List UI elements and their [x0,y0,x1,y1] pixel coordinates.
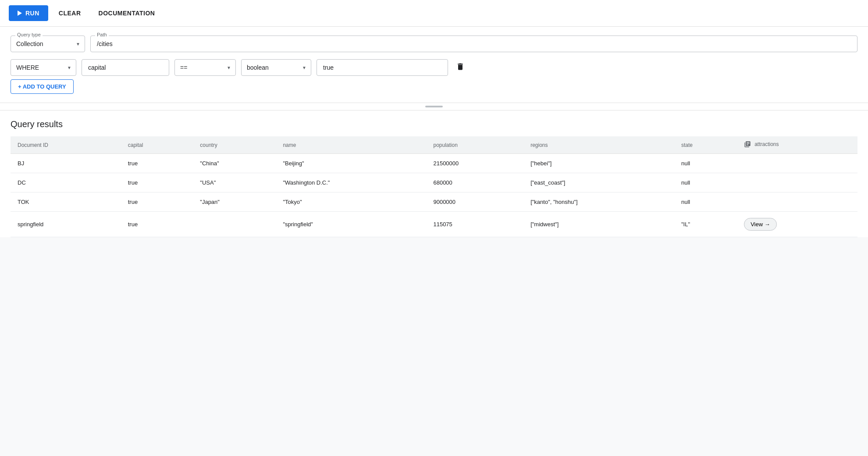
table-cell: ["east_coast"] [523,173,674,192]
results-title: Query results [11,119,857,129]
table-cell: ["midwest"] [523,212,674,237]
table-cell: null [674,192,737,212]
path-field[interactable]: Path /cities [90,36,857,52]
table-cell: true [121,212,193,237]
col-regions: regions [523,136,674,154]
table-cell: true [121,173,193,192]
table-cell: "Washington D.C." [276,173,426,192]
table-cell: "Beijing" [276,154,426,173]
query-type-value: Collection [16,40,43,47]
attractions-cell [737,173,857,192]
table-cell: DC [11,173,121,192]
play-icon [18,11,22,16]
filter-value: true [323,64,334,71]
trash-icon [456,62,465,71]
table-cell: "USA" [193,173,276,192]
operator-chevron-icon: ▼ [227,65,231,70]
view-button[interactable]: View → [744,218,777,231]
table-cell: true [121,192,193,212]
where-row: WHERE ▼ capital == ▼ boolean ▼ true [11,59,857,76]
table-cell: ["kanto", "honshu"] [523,192,674,212]
table-header-row: Document ID capital country name populat… [11,136,857,154]
table-cell: TOK [11,192,121,212]
resize-handle[interactable] [425,106,443,107]
results-section: Query results Document ID capital countr… [0,110,868,237]
table-cell: "springfield" [276,212,426,237]
table-cell: "IL" [674,212,737,237]
operator-value: == [180,64,187,71]
col-name: name [276,136,426,154]
docs-button[interactable]: DOCUMENTATION [92,5,162,21]
query-type-label: Query type [15,32,43,37]
path-value: /cities [97,40,113,47]
table-row: DCtrue"USA""Washington D.C."680000["east… [11,173,857,192]
col-capital: capital [121,136,193,154]
attractions-cell: View → [737,212,857,237]
col-country: country [193,136,276,154]
query-builder: Query type Collection ▼ Path /cities WHE… [0,27,868,103]
col-state: state [674,136,737,154]
run-button[interactable]: RUN [9,5,48,21]
collection-icon [744,141,751,148]
type-chevron-icon: ▼ [302,65,306,70]
operator-dropdown[interactable]: == ▼ [174,59,236,76]
clear-button[interactable]: CLEAR [52,5,88,21]
filter-value-input[interactable]: true [317,59,448,76]
table-cell: 9000000 [426,192,523,212]
table-cell: springfield [11,212,121,237]
delete-filter-button[interactable] [453,60,467,76]
toolbar: RUN CLEAR DOCUMENTATION [0,0,868,27]
table-row: BJtrue"China""Beijing"21500000["hebei"]n… [11,154,857,173]
results-table: Document ID capital country name populat… [11,136,857,237]
table-row: springfieldtrue"springfield"115075["midw… [11,212,857,237]
type-value: boolean [247,64,269,71]
table-cell: BJ [11,154,121,173]
table-cell: "Japan" [193,192,276,212]
table-cell: "Tokyo" [276,192,426,212]
chevron-down-icon: ▼ [76,42,80,46]
col-document-id: Document ID [11,136,121,154]
attractions-cell [737,154,857,173]
table-cell: 680000 [426,173,523,192]
table-cell [193,212,276,237]
where-field-input[interactable]: capital [82,59,169,76]
table-cell: ["hebei"] [523,154,674,173]
table-cell: true [121,154,193,173]
where-field-value: capital [88,64,106,71]
table-cell: null [674,173,737,192]
table-cell: 21500000 [426,154,523,173]
query-type-row: Query type Collection ▼ Path /cities [11,36,857,52]
table-cell: "China" [193,154,276,173]
where-dropdown[interactable]: WHERE ▼ [11,59,76,76]
table-cell: null [674,154,737,173]
where-label: WHERE [16,64,39,71]
table-row: TOKtrue"Japan""Tokyo"9000000["kanto", "h… [11,192,857,212]
resize-bar [0,103,868,110]
run-label: RUN [25,10,39,17]
col-attractions: attractions [737,136,857,154]
attractions-cell [737,192,857,212]
add-to-query-button[interactable]: + ADD TO QUERY [11,79,74,94]
col-population: population [426,136,523,154]
query-type-dropdown[interactable]: Query type Collection ▼ [11,36,85,52]
table-cell: 115075 [426,212,523,237]
type-dropdown[interactable]: boolean ▼ [241,59,311,76]
add-to-query-label: + ADD TO QUERY [18,83,66,90]
path-label: Path [95,32,109,37]
where-chevron-icon: ▼ [67,65,71,70]
